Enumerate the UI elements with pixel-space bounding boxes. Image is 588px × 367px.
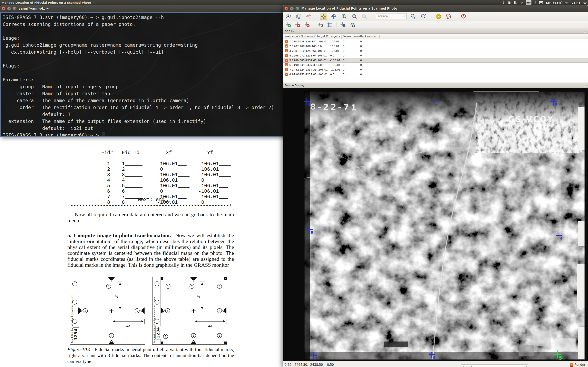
forward-error-value: 0: [343, 40, 345, 43]
gcp-marker[interactable]: 7: [311, 352, 317, 359]
adjust-display-zoom-button[interactable]: [420, 13, 427, 20]
photo-date-label: 8-22-71: [310, 102, 358, 112]
keyboard-layout-indicator[interactable]: En1: [526, 0, 531, 5]
return-to-previous-zoom-button[interactable]: [361, 13, 368, 20]
add-gcp-button[interactable]: [285, 21, 292, 28]
gcp-marker-label: 4: [560, 236, 563, 241]
pan-button[interactable]: [330, 13, 337, 20]
terminal-titlebar[interactable]: ✕ – □ yann@yann-ok: ~: [0, 5, 284, 12]
settings-button[interactable]: [435, 13, 442, 20]
source-y-value: -2337.33...: [305, 63, 319, 67]
bluetooth-icon[interactable]: [534, 0, 536, 5]
clock[interactable]: 21:43: [571, 1, 581, 4]
gcp-table-row[interactable]: 5 2289.685... -2339.61... 106.01 -106.01…: [283, 58, 588, 63]
gcp-marker[interactable]: 5: [553, 350, 562, 359]
spinner-arrows-icon[interactable]: ▴▾: [526, 365, 527, 367]
section-heading: 5. Compute image-to-photo transformation…: [67, 233, 171, 238]
terminal-line: [3, 55, 284, 62]
clear-gcp-button[interactable]: [303, 21, 311, 28]
gcp-marker[interactable]: 6: [429, 352, 435, 358]
terminal-lines: ISIS-GRASS 7.3.svn (imagery60):~ > g.gui…: [3, 14, 284, 132]
set-gcp-button[interactable]: [320, 13, 327, 20]
pane-close-icon[interactable]: ✕: [584, 30, 587, 33]
volume-muted-icon[interactable]: [565, 0, 569, 5]
terminal-line: Parameters:: [3, 76, 284, 83]
gcp-table-empty-area: [283, 77, 588, 82]
fiducial-table-line: 1 1______ -106.01___ 106.01____: [101, 161, 231, 167]
gcp-table: use source X source Y target X target Y …: [283, 34, 588, 82]
save-gcp-button[interactable]: [339, 21, 347, 28]
minimize-button[interactable]: –: [290, 7, 294, 11]
spinner-arrows-icon[interactable]: ▴▾: [404, 15, 406, 18]
gcp-titlebar[interactable]: ✕ – □ Manage Location of Fiducial Points…: [283, 5, 588, 12]
gcp-number: 7: [289, 68, 291, 71]
zoom-to-source-button[interactable]: [410, 13, 417, 20]
render-display-button[interactable]: [295, 13, 302, 20]
use-checkbox[interactable]: [285, 44, 288, 48]
gcp-marker[interactable]: 8: [306, 226, 312, 233]
close-button[interactable]: ✕: [285, 7, 288, 11]
gcp-table-row[interactable]: 3 2281.210... -125.266... 106.01 106.01 …: [283, 49, 588, 53]
map-display-canvas[interactable]: 8-22-71 GS-VCQY 1 2 3: [283, 88, 588, 361]
use-checkbox[interactable]: [285, 68, 288, 71]
gcp-table-row[interactable]: 4 2298.071... -1238.04... 106.01 0.0 0 0: [283, 53, 588, 58]
mail-indicator-icon[interactable]: [539, 0, 543, 5]
use-checkbox[interactable]: [285, 73, 288, 76]
source-display-pane-header[interactable]: Source Display ✕: [283, 82, 588, 88]
gcp-table-header[interactable]: use source X source Y target X target Y …: [283, 34, 588, 39]
close-button[interactable]: ✕: [2, 7, 6, 11]
use-checkbox[interactable]: [285, 59, 288, 62]
reload-gcp-button[interactable]: [349, 21, 356, 28]
statusbar-mode-dropdown[interactable]: Extent ▴▾: [461, 364, 528, 367]
gcp-table-row[interactable]: 8 97.80152... -1217.81... -106.01 0.0 0 …: [283, 72, 588, 77]
quit-button[interactable]: [460, 13, 467, 20]
map-selector-value: source: [376, 15, 404, 18]
target-y-value: -106.01: [330, 59, 340, 62]
gcp-marker[interactable]: 1: [304, 99, 310, 105]
gcp-marker[interactable]: 3: [550, 99, 557, 105]
erase-display-button[interactable]: [305, 13, 312, 20]
figure-right-diagram: Annotation bar with flight elevation, ti…: [152, 277, 227, 345]
frame-number: 1234: [73, 329, 78, 340]
use-checkbox[interactable]: [285, 49, 288, 52]
rms-error-button[interactable]: Σ: [317, 21, 324, 28]
render-checkbox[interactable]: ✓ Render: [570, 363, 585, 367]
georectify-button[interactable]: [326, 21, 333, 28]
target-x-value: 0.0: [318, 63, 322, 67]
clipboard-indicator-icon[interactable]: [508, 0, 511, 5]
zoom-out-button[interactable]: [351, 13, 358, 20]
gcp-list-pane-header[interactable]: GCP List ✕: [283, 29, 588, 34]
show-display-button[interactable]: [285, 13, 292, 20]
terminal-content[interactable]: ISIS-GRASS 7.3.svn (imagery60):~ > g.gui…: [0, 12, 284, 137]
app-indicator-icon[interactable]: [502, 0, 505, 5]
workrave-indicator-icon[interactable]: [513, 0, 517, 5]
delete-gcp-button[interactable]: [294, 21, 301, 28]
gcp-table-row[interactable]: 2 1207.209... -108.405... 0.0 106.01 0 0: [283, 44, 588, 49]
battery-icon[interactable]: [545, 0, 550, 5]
gcp-marker-label: 7: [315, 356, 317, 360]
session-gear-icon[interactable]: [583, 0, 587, 5]
help-button[interactable]: [445, 13, 452, 20]
gcp-marker-label: 2: [435, 102, 438, 106]
gcp-table-row[interactable]: 1 110.9928... -126.887... -106.01 106.01…: [283, 39, 588, 44]
maximize-button[interactable]: □: [13, 7, 17, 11]
pane-close-icon[interactable]: ✕: [584, 84, 587, 87]
use-checkbox[interactable]: [285, 54, 288, 57]
minimize-button[interactable]: –: [7, 7, 11, 11]
fiducial-table-line: 6 6______ 0_________ -106.01___: [101, 189, 231, 194]
maximize-button[interactable]: □: [295, 7, 299, 11]
gcp-marker[interactable]: 4: [556, 233, 562, 239]
zoom-in-button[interactable]: [340, 13, 348, 20]
use-checkbox[interactable]: [285, 40, 288, 43]
fiducial-number: 5: [219, 334, 221, 337]
backward-error-value: 0: [360, 40, 362, 43]
status-bar: 0.50 - 2464.50, -2438.50 - -0.50 Extent …: [283, 361, 588, 367]
checkbox-check-icon[interactable]: ✓: [570, 363, 573, 367]
backward-error-value: 0: [360, 59, 362, 62]
map-selector-dropdown[interactable]: source ▴▾: [376, 13, 407, 19]
wifi-icon[interactable]: [519, 0, 523, 5]
use-checkbox[interactable]: [285, 63, 288, 66]
gcp-marker[interactable]: 2: [431, 98, 437, 104]
gcp-table-row[interactable]: 7 148.3824... -2337.33... -106.01 -106.0…: [283, 67, 588, 72]
gcp-table-row[interactable]: 6 1190.349... -2337.33... 0.0 -106.01 0 …: [283, 63, 588, 67]
